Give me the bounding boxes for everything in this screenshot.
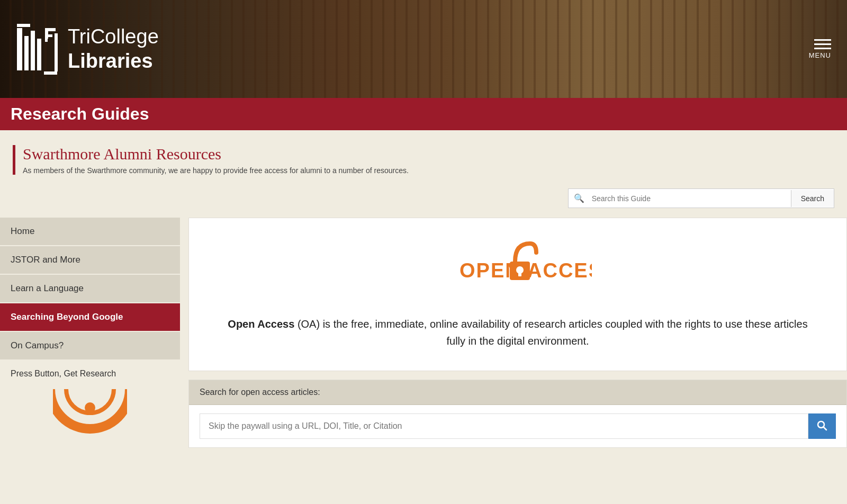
sidebar-item-searching-beyond-google[interactable]: Searching Beyond Google: [0, 303, 180, 332]
guide-title-section: Swarthmore Alumni Resources As members o…: [0, 130, 847, 184]
oa-search-input[interactable]: [200, 413, 808, 439]
sidebar-section-label: Press Button, Get Research: [0, 361, 180, 384]
sidebar-item-jstor[interactable]: JSTOR and More: [0, 246, 180, 275]
red-accent-bar: [13, 145, 15, 175]
guide-subtitle: As members of the Swarthmore community, …: [23, 166, 409, 175]
svg-rect-4: [17, 24, 30, 27]
logo-area[interactable]: TriCollegeLibraries: [16, 23, 159, 76]
oa-search-button[interactable]: [808, 413, 836, 439]
svg-rect-18: [518, 272, 521, 276]
red-bar: Research Guides: [0, 98, 847, 130]
sidebar-item-on-campus[interactable]: On Campus?: [0, 332, 180, 361]
svg-rect-2: [31, 31, 35, 70]
sidebar-item-learn-language[interactable]: Learn a Language: [0, 275, 180, 303]
site-header: TriCollegeLibraries MENU: [0, 0, 847, 98]
open-access-logo: OPEN ACCESS: [221, 239, 815, 300]
partial-circle-graphic: [53, 389, 127, 437]
open-access-svg: OPEN ACCESS: [444, 239, 592, 298]
two-column-layout: Home JSTOR and More Learn a Language Sea…: [0, 218, 847, 448]
oa-search-icon: [816, 419, 828, 432]
oa-search-form: [200, 413, 836, 439]
oa-search-body: [189, 405, 846, 447]
sidebar-graphic: [0, 384, 180, 442]
main-content: Swarthmore Alumni Resources As members o…: [0, 130, 847, 448]
sidebar: Home JSTOR and More Learn a Language Sea…: [0, 218, 180, 448]
research-guides-title: Research Guides: [11, 104, 836, 124]
svg-text:ACCESS: ACCESS: [527, 259, 592, 282]
svg-line-20: [824, 427, 827, 430]
open-access-card: OPEN ACCESS: [188, 218, 847, 371]
svg-rect-0: [17, 28, 22, 70]
guide-title: Swarthmore Alumni Resources: [23, 145, 409, 163]
logo-text: TriCollegeLibraries: [68, 25, 159, 73]
tricollege-logo-icon: [16, 23, 58, 76]
svg-rect-1: [24, 36, 29, 70]
main-panel: OPEN ACCESS: [180, 218, 847, 448]
svg-rect-10: [45, 34, 48, 42]
guide-search-form: 🔍 Search: [568, 188, 834, 208]
search-icon: 🔍: [569, 189, 590, 208]
menu-button[interactable]: MENU: [809, 39, 831, 59]
svg-rect-5: [44, 71, 57, 75]
svg-rect-3: [37, 39, 41, 70]
sidebar-item-home[interactable]: Home: [0, 218, 180, 246]
guide-search-row: 🔍 Search: [0, 184, 847, 218]
open-access-description: Open Access (OA) is the free, immediate,…: [221, 316, 815, 349]
svg-point-13: [85, 402, 95, 413]
svg-rect-6: [55, 33, 58, 71]
oa-search-section: Search for open access articles:: [188, 380, 847, 448]
search-input[interactable]: [590, 190, 791, 207]
oa-search-header: Search for open access articles:: [189, 380, 846, 405]
search-button[interactable]: Search: [791, 190, 834, 207]
